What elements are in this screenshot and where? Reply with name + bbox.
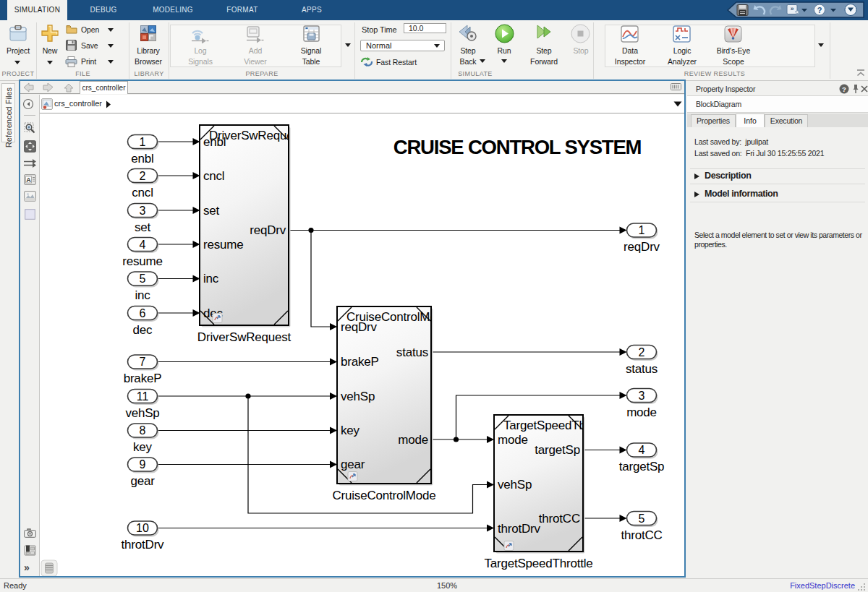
svg-text:CruiseControlMode: CruiseControlMode — [332, 489, 435, 502]
svg-text:status: status — [626, 362, 658, 376]
svg-text:11: 11 — [137, 390, 149, 403]
svg-text:3: 3 — [639, 390, 645, 402]
svg-text:TargetSpeedThrottle: TargetSpeedThrottle — [503, 419, 612, 432]
svg-text:throtCC: throtCC — [621, 528, 662, 542]
svg-text:»: » — [791, 5, 794, 12]
svg-text:2: 2 — [639, 346, 645, 359]
svg-text:5: 5 — [140, 273, 146, 285]
svg-text:key: key — [133, 440, 153, 454]
svg-text:mode: mode — [398, 433, 428, 447]
svg-text:reqDrv: reqDrv — [341, 320, 378, 334]
svg-text:1: 1 — [639, 224, 645, 236]
svg-text:targetSp: targetSp — [619, 460, 665, 473]
svg-text:enbl: enbl — [203, 135, 226, 149]
svg-text:status: status — [396, 346, 428, 359]
svg-text:reqDrv: reqDrv — [250, 223, 286, 237]
svg-text:TargetSpeedThrottle: TargetSpeedThrottle — [484, 557, 592, 570]
svg-text:key: key — [341, 424, 360, 437]
svg-text:dec: dec — [133, 323, 153, 337]
svg-text:vehSp: vehSp — [125, 406, 159, 420]
svg-text:mode: mode — [498, 433, 528, 447]
svg-text:set: set — [203, 204, 220, 218]
svg-text:resume: resume — [122, 254, 163, 268]
svg-text:enbl: enbl — [131, 152, 153, 166]
svg-text:10: 10 — [136, 522, 149, 534]
svg-text:throtDrv: throtDrv — [122, 538, 165, 552]
svg-text:CRUISE CONTROL SYSTEM: CRUISE CONTROL SYSTEM — [393, 136, 642, 158]
svg-text:2: 2 — [140, 170, 146, 182]
svg-text:gear: gear — [341, 458, 365, 471]
svg-text:DriverSwRequest: DriverSwRequest — [197, 330, 292, 344]
svg-text:mode: mode — [626, 406, 657, 419]
svg-text:reqDrv: reqDrv — [624, 240, 660, 254]
svg-text:5: 5 — [639, 512, 645, 525]
svg-text:6: 6 — [140, 307, 146, 319]
svg-text:inc: inc — [135, 288, 150, 302]
svg-text:4: 4 — [639, 444, 645, 456]
svg-text:4: 4 — [140, 239, 146, 251]
svg-text:set: set — [135, 220, 151, 234]
svg-text:throtDrv: throtDrv — [498, 522, 541, 536]
svg-text:9: 9 — [140, 458, 146, 471]
svg-text:?: ? — [817, 6, 822, 14]
svg-text:A: A — [26, 176, 31, 184]
svg-text:resume: resume — [203, 238, 244, 252]
svg-text:7: 7 — [140, 356, 146, 368]
svg-text:inc: inc — [203, 272, 219, 286]
svg-text:8: 8 — [140, 424, 146, 437]
svg-text:vehSp: vehSp — [341, 390, 375, 403]
svg-text:?: ? — [842, 85, 846, 93]
svg-text:cncl: cncl — [132, 186, 153, 200]
svg-text:1: 1 — [140, 136, 146, 148]
svg-text:cncl: cncl — [203, 169, 224, 183]
svg-text:throtCC: throtCC — [539, 512, 580, 525]
svg-text:3: 3 — [140, 205, 146, 217]
svg-text:brakeP: brakeP — [124, 372, 162, 385]
svg-text:gear: gear — [130, 474, 155, 488]
svg-text:vehSp: vehSp — [498, 478, 532, 492]
svg-text:brakeP: brakeP — [341, 355, 379, 369]
svg-text:targetSp: targetSp — [535, 443, 580, 457]
